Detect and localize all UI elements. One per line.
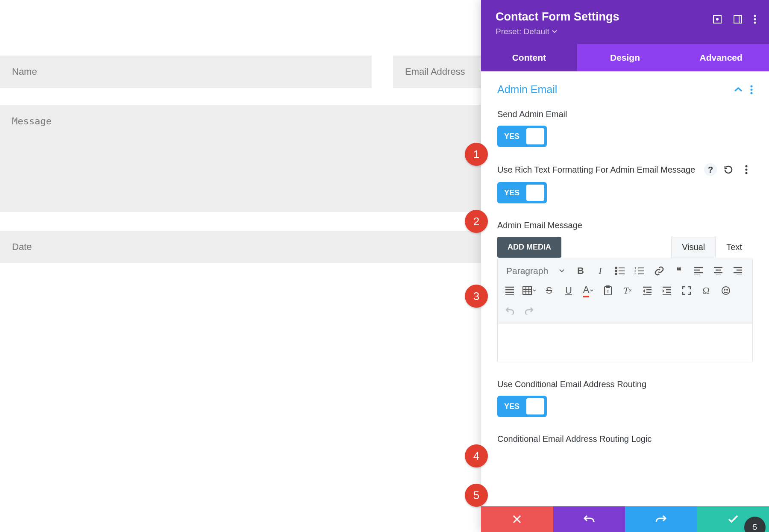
toggle-state: YES (497, 188, 520, 197)
blockquote-icon[interactable]: ❝ (670, 262, 687, 279)
svg-point-1 (716, 18, 718, 20)
form-preview (0, 0, 483, 280)
paste-text-icon[interactable]: T (599, 282, 616, 299)
svg-point-9 (751, 92, 753, 94)
callout-badge: 3 (465, 285, 488, 308)
tab-bar: Content Design Advanced (481, 44, 769, 71)
editor-toolbar: Paragraph B I 123 ❝ (498, 258, 752, 323)
panel-header: Contact Form Settings Preset: Default (481, 0, 769, 44)
section-title[interactable]: Admin Email (497, 83, 557, 96)
redo-editor-icon[interactable] (521, 302, 538, 319)
toggle-knob (526, 185, 544, 201)
callout-badge: 5 (465, 484, 488, 507)
svg-rect-47 (606, 286, 610, 288)
undo-editor-icon[interactable] (501, 302, 518, 319)
more-icon[interactable] (754, 15, 756, 24)
toggle-rich-text[interactable]: YES (497, 182, 547, 203)
svg-point-59 (727, 289, 728, 290)
bold-icon[interactable]: B (572, 262, 589, 279)
bulleted-list-icon[interactable] (611, 262, 628, 279)
setting-admin-message: Admin Email Message ADD MEDIA Visual Tex… (497, 220, 753, 362)
align-justify-icon[interactable] (501, 282, 518, 299)
text-color-icon[interactable]: A (580, 282, 597, 299)
message-input[interactable] (0, 105, 483, 212)
setting-send-admin-email: Send Admin Email YES (497, 109, 753, 147)
format-select-label: Paragraph (506, 266, 548, 276)
add-media-button[interactable]: ADD MEDIA (497, 237, 561, 258)
panel-body[interactable]: Admin Email Send Admin Email YES Use Ric… (481, 71, 769, 506)
editor-tab-visual[interactable]: Visual (671, 237, 716, 258)
help-icon[interactable]: ? (704, 163, 717, 176)
undo-button[interactable] (553, 506, 625, 532)
clear-format-icon[interactable]: T× (619, 282, 636, 299)
section-more-icon[interactable] (750, 85, 753, 94)
preset-select[interactable]: Preset: Default (496, 27, 557, 36)
setting-rich-text: Use Rich Text Formatting For Admin Email… (497, 163, 753, 203)
toggle-knob (526, 398, 544, 414)
setting-label: Use Rich Text Formatting For Admin Email… (497, 164, 704, 175)
cancel-button[interactable] (481, 506, 553, 532)
tab-content[interactable]: Content (481, 44, 577, 71)
strikethrough-icon[interactable]: S (540, 282, 558, 299)
name-input[interactable] (0, 56, 372, 88)
toggle-knob (526, 128, 544, 144)
format-select[interactable]: Paragraph (501, 263, 569, 279)
align-right-icon[interactable] (729, 262, 746, 279)
redo-icon (655, 514, 667, 524)
toggle-state: YES (497, 132, 520, 141)
chevron-down-icon (552, 30, 557, 33)
svg-point-7 (751, 85, 753, 87)
svg-point-13 (615, 267, 617, 269)
table-icon[interactable] (521, 282, 538, 299)
italic-icon[interactable]: I (592, 262, 609, 279)
date-input[interactable] (0, 231, 483, 263)
align-center-icon[interactable] (710, 262, 727, 279)
footer-actions (481, 506, 769, 532)
svg-point-6 (754, 22, 756, 24)
svg-point-10 (746, 165, 748, 168)
check-icon (728, 515, 739, 523)
setting-label: Use Conditional Email Address Routing (497, 379, 753, 390)
editor-textarea[interactable] (498, 323, 752, 362)
svg-point-15 (615, 270, 617, 272)
editor-tab-text[interactable]: Text (716, 237, 753, 258)
emoji-icon[interactable] (717, 282, 734, 299)
collapse-icon[interactable] (734, 87, 743, 93)
setting-conditional-routing: Use Conditional Email Address Routing YE… (497, 379, 753, 417)
svg-point-11 (746, 169, 748, 171)
dock-icon[interactable] (733, 15, 743, 24)
callout-badge: 1 (465, 143, 488, 166)
email-input[interactable] (393, 56, 483, 88)
setting-routing-logic: Conditional Email Address Routing Logic (497, 433, 753, 444)
toggle-send-admin[interactable]: YES (497, 126, 547, 147)
svg-point-4 (754, 15, 756, 17)
chevron-down-icon (533, 289, 536, 292)
fullscreen-editor-icon[interactable] (678, 282, 695, 299)
tab-design[interactable]: Design (577, 44, 673, 71)
svg-rect-2 (734, 15, 742, 23)
callout-badge: 2 (465, 210, 488, 233)
numbered-list-icon[interactable]: 123 (631, 262, 648, 279)
close-icon (512, 514, 522, 524)
svg-point-8 (751, 88, 753, 91)
svg-text:3: 3 (634, 272, 637, 276)
special-char-icon[interactable]: Ω (698, 282, 715, 299)
undo-icon (583, 514, 595, 524)
setting-label: Conditional Email Address Routing Logic (497, 433, 753, 444)
option-more-icon[interactable] (740, 163, 753, 176)
settings-panel: Contact Form Settings Preset: Default Co… (481, 0, 769, 532)
underline-icon[interactable]: U (560, 282, 577, 299)
svg-point-17 (615, 273, 617, 275)
reset-icon[interactable] (722, 163, 735, 176)
link-icon[interactable] (651, 262, 668, 279)
tab-advanced[interactable]: Advanced (673, 44, 769, 71)
svg-point-12 (746, 172, 748, 174)
chevron-down-icon (559, 269, 564, 273)
redo-button[interactable] (625, 506, 697, 532)
align-left-icon[interactable] (690, 262, 707, 279)
toggle-conditional[interactable]: YES (497, 396, 547, 417)
chevron-down-icon (590, 289, 593, 292)
indent-icon[interactable] (658, 282, 675, 299)
fullscreen-icon[interactable] (713, 15, 722, 24)
outdent-icon[interactable] (639, 282, 656, 299)
